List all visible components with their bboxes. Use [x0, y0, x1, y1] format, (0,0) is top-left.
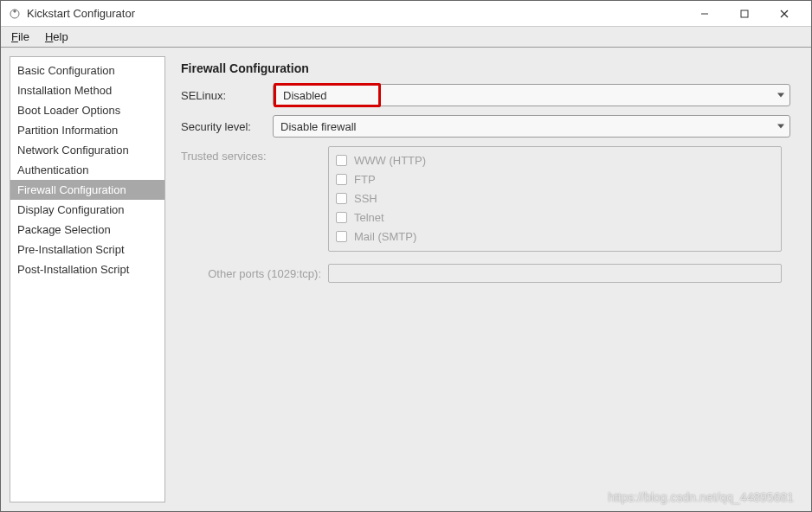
- page-title: Firewall Configuration: [181, 61, 790, 75]
- sidebar-item-pre-installation-script[interactable]: Pre-Installation Script: [10, 240, 164, 259]
- label-selinux: SELinux:: [181, 89, 273, 102]
- app-window: Kickstart Configurator File Help Basic C…: [0, 0, 812, 512]
- checkbox-telnet[interactable]: Telnet: [336, 208, 774, 227]
- checkbox-icon: [336, 231, 347, 242]
- menubar: File Help: [1, 27, 811, 48]
- sidebar-item-installation-method[interactable]: Installation Method: [10, 80, 164, 100]
- select-selinux-value: Disabled: [276, 86, 378, 105]
- label-trusted-services: Trusted services:: [181, 146, 328, 163]
- minimize-button[interactable]: [685, 1, 725, 27]
- label-other-ports: Other ports (1029:tcp):: [181, 267, 328, 280]
- input-other-ports[interactable]: [328, 264, 782, 283]
- app-icon: [8, 7, 22, 21]
- sidebar-item-boot-loader-options[interactable]: Boot Loader Options: [10, 100, 164, 120]
- chevron-down-icon: [777, 93, 784, 98]
- svg-rect-2: [741, 10, 748, 17]
- sidebar-item-package-selection[interactable]: Package Selection: [10, 220, 164, 240]
- menu-file[interactable]: File: [4, 29, 36, 45]
- checkbox-icon: [336, 174, 347, 185]
- checkbox-ftp[interactable]: FTP: [336, 170, 774, 189]
- checkbox-label: FTP: [354, 173, 376, 186]
- checkbox-mail-smtp[interactable]: Mail (SMTP): [336, 227, 774, 246]
- titlebar: Kickstart Configurator: [1, 1, 811, 27]
- window-controls: [685, 1, 804, 27]
- sidebar-item-basic-configuration[interactable]: Basic Configuration: [10, 61, 164, 80]
- sidebar-item-display-configuration[interactable]: Display Configuration: [10, 200, 164, 220]
- row-security-level: Security level: Disable firewall: [181, 115, 790, 138]
- row-trusted-services: Trusted services: WWW (HTTP) FTP SSH: [181, 146, 790, 252]
- select-security-level-value: Disable firewall: [280, 120, 356, 133]
- label-security-level: Security level:: [181, 120, 273, 133]
- close-button[interactable]: [764, 1, 804, 27]
- row-other-ports: Other ports (1029:tcp):: [181, 264, 790, 283]
- sidebar-item-firewall-configuration[interactable]: Firewall Configuration: [10, 180, 164, 200]
- menu-help[interactable]: Help: [38, 29, 75, 45]
- checkbox-ssh[interactable]: SSH: [336, 189, 774, 208]
- checkbox-label: WWW (HTTP): [354, 154, 426, 167]
- watermark-text: https://blog.csdn.net/qq_44895681: [608, 490, 794, 504]
- checkbox-label: Mail (SMTP): [354, 230, 416, 243]
- highlight-annotation: Disabled: [274, 83, 381, 107]
- chevron-down-icon: [777, 125, 784, 129]
- select-selinux[interactable]: Disabled: [273, 84, 790, 106]
- checkbox-icon: [336, 212, 347, 223]
- select-security-level[interactable]: Disable firewall: [273, 115, 790, 138]
- checkbox-icon: [336, 155, 347, 166]
- main-panel: Firewall Configuration SELinux: Disabled…: [177, 53, 806, 506]
- trusted-services-panel: WWW (HTTP) FTP SSH Telnet: [328, 146, 782, 252]
- sidebar-item-post-installation-script[interactable]: Post-Installation Script: [10, 259, 164, 279]
- checkbox-www-http[interactable]: WWW (HTTP): [336, 150, 774, 170]
- row-selinux: SELinux: Disabled: [181, 84, 790, 106]
- sidebar: Basic Configuration Installation Method …: [10, 56, 165, 502]
- body-area: Basic Configuration Installation Method …: [1, 48, 811, 511]
- maximize-button[interactable]: [725, 1, 764, 27]
- checkbox-icon: [336, 193, 347, 204]
- checkbox-label: SSH: [354, 192, 377, 205]
- checkbox-label: Telnet: [354, 211, 384, 224]
- window-title: Kickstart Configurator: [27, 7, 685, 20]
- sidebar-item-authentication[interactable]: Authentication: [10, 160, 164, 180]
- sidebar-item-partition-information[interactable]: Partition Information: [10, 120, 164, 140]
- sidebar-item-network-configuration[interactable]: Network Configuration: [10, 140, 164, 160]
